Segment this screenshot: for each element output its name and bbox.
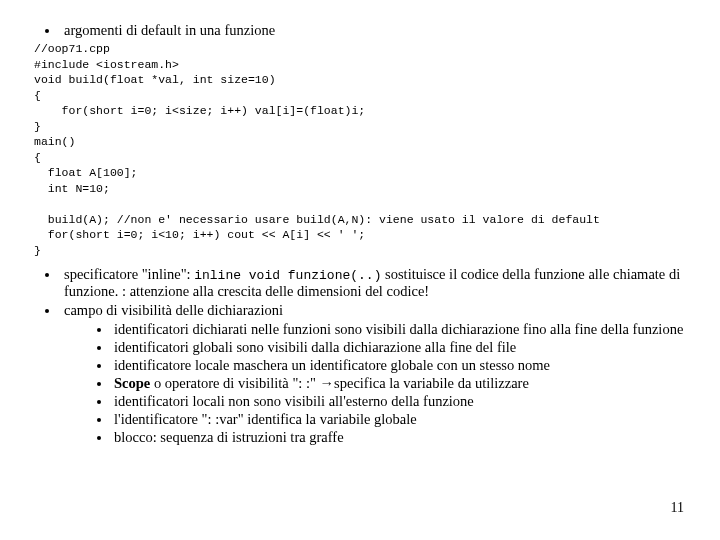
sub-block: blocco: sequenza di istruzioni tra graff… — [112, 429, 686, 446]
code-block: //oop71.cpp #include <iostream.h> void b… — [34, 41, 686, 258]
sub-local-not-visible: identificatori locali non sono visibili … — [112, 393, 686, 410]
top-bullet-list-2: specificatore "inline": inline void funz… — [34, 266, 686, 446]
arrow-icon: → — [320, 375, 335, 391]
sub-decl-in-func: identificatori dichiarati nelle funzioni… — [112, 321, 686, 338]
bullet-inline-spec: specificatore "inline": inline void funz… — [60, 266, 686, 300]
page-number: 11 — [671, 500, 684, 516]
text: identificatore locale maschera un identi… — [114, 357, 550, 373]
text: campo di visibilità delle dichiarazioni — [64, 302, 283, 318]
slide-body: argomenti di default in una funzione //o… — [0, 0, 720, 540]
text: argomenti di default in una funzione — [64, 22, 275, 38]
text: identificatori locali non sono visibili … — [114, 393, 474, 409]
text-tail: specifica la variabile da utilizzare — [334, 375, 529, 391]
text: identificatori globali sono visibili dal… — [114, 339, 516, 355]
text-pre: specificatore "inline": — [64, 266, 194, 282]
inline-code: inline void funzione(..) — [194, 268, 381, 283]
sub-bullet-list: identificatori dichiarati nelle funzioni… — [64, 321, 686, 446]
sub-scope-var: l'identificatore ": :var" identifica la … — [112, 411, 686, 428]
text-scope: Scope — [114, 375, 150, 391]
text: blocco: sequenza di istruzioni tra graff… — [114, 429, 344, 445]
top-bullet-list: argomenti di default in una funzione — [34, 22, 686, 39]
text-mid: o operatore di visibilità ": :" — [150, 375, 319, 391]
text: identificatori dichiarati nelle funzioni… — [114, 321, 683, 337]
text: l'identificatore ": :var" identifica la … — [114, 411, 417, 427]
bullet-default-args: argomenti di default in una funzione — [60, 22, 686, 39]
bullet-visibility: campo di visibilità delle dichiarazioni … — [60, 302, 686, 446]
sub-local-mask: identificatore locale maschera un identi… — [112, 357, 686, 374]
sub-scope-op: Scope o operatore di visibilità ": :" →s… — [112, 375, 686, 392]
sub-global-ident: identificatori globali sono visibili dal… — [112, 339, 686, 356]
